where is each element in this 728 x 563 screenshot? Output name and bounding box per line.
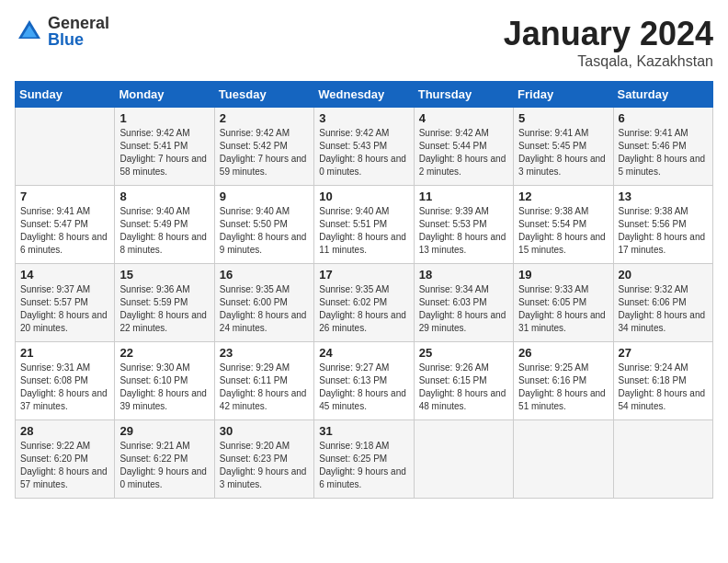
calendar-cell: 3Sunrise: 9:42 AM Sunset: 5:43 PM Daylig… (314, 108, 414, 186)
day-info: Sunrise: 9:31 AM Sunset: 6:08 PM Dayligh… (20, 362, 109, 413)
day-info: Sunrise: 9:42 AM Sunset: 5:42 PM Dayligh… (220, 127, 309, 178)
day-info: Sunrise: 9:36 AM Sunset: 5:59 PM Dayligh… (119, 283, 209, 335)
header-cell-friday: Friday (514, 82, 613, 108)
day-info: Sunrise: 9:42 AM Sunset: 5:44 PM Dayligh… (419, 127, 508, 178)
day-info: Sunrise: 9:32 AM Sunset: 6:06 PM Dayligh… (619, 283, 708, 335)
calendar-cell: 2Sunrise: 9:42 AM Sunset: 5:42 PM Daylig… (214, 108, 313, 186)
calendar-table: SundayMondayTuesdayWednesdayThursdayFrid… (15, 81, 713, 499)
day-number: 24 (319, 346, 408, 360)
day-number: 10 (319, 190, 408, 203)
day-info: Sunrise: 9:33 AM Sunset: 6:05 PM Dayligh… (518, 283, 608, 335)
week-row-4: 21Sunrise: 9:31 AM Sunset: 6:08 PM Dayli… (16, 342, 713, 420)
calendar-cell: 29Sunrise: 9:21 AM Sunset: 6:22 PM Dayli… (115, 420, 214, 499)
day-number: 28 (20, 424, 109, 438)
day-info: Sunrise: 9:40 AM Sunset: 5:49 PM Dayligh… (119, 205, 209, 257)
logo: General Blue (15, 15, 109, 48)
day-info: Sunrise: 9:35 AM Sunset: 6:02 PM Dayligh… (319, 283, 408, 335)
day-number: 5 (518, 111, 608, 125)
day-info: Sunrise: 9:38 AM Sunset: 5:56 PM Dayligh… (619, 205, 708, 257)
header-cell-thursday: Thursday (414, 82, 513, 108)
week-row-5: 28Sunrise: 9:22 AM Sunset: 6:20 PM Dayli… (16, 420, 713, 499)
calendar-cell: 30Sunrise: 9:20 AM Sunset: 6:23 PM Dayli… (214, 420, 313, 499)
day-number: 17 (319, 268, 408, 282)
calendar-cell (613, 420, 712, 499)
header-row: SundayMondayTuesdayWednesdayThursdayFrid… (16, 82, 713, 108)
header-cell-sunday: Sunday (16, 82, 115, 108)
day-number: 23 (220, 346, 309, 360)
day-number: 30 (220, 424, 309, 438)
header-cell-wednesday: Wednesday (314, 82, 414, 108)
day-info: Sunrise: 9:42 AM Sunset: 5:41 PM Dayligh… (119, 127, 209, 178)
day-info: Sunrise: 9:27 AM Sunset: 6:13 PM Dayligh… (319, 362, 408, 413)
day-info: Sunrise: 9:22 AM Sunset: 6:20 PM Dayligh… (20, 440, 109, 491)
calendar-cell: 26Sunrise: 9:25 AM Sunset: 6:16 PM Dayli… (514, 342, 613, 420)
calendar-cell: 10Sunrise: 9:40 AM Sunset: 5:51 PM Dayli… (314, 186, 414, 264)
day-info: Sunrise: 9:26 AM Sunset: 6:15 PM Dayligh… (419, 362, 508, 413)
calendar-cell: 19Sunrise: 9:33 AM Sunset: 6:05 PM Dayli… (514, 264, 613, 342)
day-info: Sunrise: 9:38 AM Sunset: 5:54 PM Dayligh… (518, 205, 608, 257)
logo-blue: Blue (48, 31, 109, 48)
day-number: 11 (419, 190, 508, 203)
day-number: 8 (119, 190, 209, 203)
day-info: Sunrise: 9:34 AM Sunset: 6:03 PM Dayligh… (419, 283, 508, 335)
calendar-cell: 31Sunrise: 9:18 AM Sunset: 6:25 PM Dayli… (314, 420, 414, 499)
calendar-cell: 16Sunrise: 9:35 AM Sunset: 6:00 PM Dayli… (214, 264, 313, 342)
calendar-cell: 1Sunrise: 9:42 AM Sunset: 5:41 PM Daylig… (115, 108, 214, 186)
day-info: Sunrise: 9:25 AM Sunset: 6:16 PM Dayligh… (518, 362, 608, 413)
day-number: 4 (419, 111, 508, 125)
day-number: 26 (518, 346, 608, 360)
week-row-1: 1Sunrise: 9:42 AM Sunset: 5:41 PM Daylig… (16, 108, 713, 186)
day-number: 21 (20, 346, 109, 360)
calendar-subtitle: Tasqala, Kazakhstan (504, 53, 713, 70)
calendar-cell: 20Sunrise: 9:32 AM Sunset: 6:06 PM Dayli… (613, 264, 712, 342)
day-number: 18 (419, 268, 508, 282)
day-number: 1 (119, 111, 209, 125)
page-header: General Blue January 2024 Tasqala, Kazak… (15, 15, 713, 70)
day-number: 9 (220, 190, 309, 203)
title-block: January 2024 Tasqala, Kazakhstan (504, 15, 713, 70)
day-info: Sunrise: 9:39 AM Sunset: 5:53 PM Dayligh… (419, 205, 508, 257)
day-number: 16 (220, 268, 309, 282)
calendar-cell: 13Sunrise: 9:38 AM Sunset: 5:56 PM Dayli… (613, 186, 712, 264)
day-info: Sunrise: 9:41 AM Sunset: 5:47 PM Dayligh… (20, 205, 109, 257)
calendar-cell: 24Sunrise: 9:27 AM Sunset: 6:13 PM Dayli… (314, 342, 414, 420)
day-number: 13 (619, 190, 708, 203)
day-number: 3 (319, 111, 408, 125)
day-info: Sunrise: 9:21 AM Sunset: 6:22 PM Dayligh… (119, 440, 209, 491)
day-number: 20 (619, 268, 708, 282)
day-info: Sunrise: 9:18 AM Sunset: 6:25 PM Dayligh… (319, 440, 408, 491)
calendar-cell (16, 108, 115, 186)
calendar-cell: 27Sunrise: 9:24 AM Sunset: 6:18 PM Dayli… (613, 342, 712, 420)
header-cell-saturday: Saturday (613, 82, 712, 108)
calendar-cell: 5Sunrise: 9:41 AM Sunset: 5:45 PM Daylig… (514, 108, 613, 186)
calendar-cell: 7Sunrise: 9:41 AM Sunset: 5:47 PM Daylig… (16, 186, 115, 264)
calendar-cell: 9Sunrise: 9:40 AM Sunset: 5:50 PM Daylig… (214, 186, 313, 264)
day-number: 7 (20, 190, 109, 203)
day-info: Sunrise: 9:20 AM Sunset: 6:23 PM Dayligh… (220, 440, 309, 491)
calendar-cell: 22Sunrise: 9:30 AM Sunset: 6:10 PM Dayli… (115, 342, 214, 420)
day-info: Sunrise: 9:30 AM Sunset: 6:10 PM Dayligh… (119, 362, 209, 413)
calendar-cell: 11Sunrise: 9:39 AM Sunset: 5:53 PM Dayli… (414, 186, 513, 264)
calendar-cell (414, 420, 513, 499)
day-number: 15 (119, 268, 209, 282)
day-number: 25 (419, 346, 508, 360)
header-cell-tuesday: Tuesday (214, 82, 313, 108)
day-info: Sunrise: 9:40 AM Sunset: 5:50 PM Dayligh… (220, 205, 309, 257)
day-info: Sunrise: 9:41 AM Sunset: 5:45 PM Dayligh… (518, 127, 608, 178)
week-row-3: 14Sunrise: 9:37 AM Sunset: 5:57 PM Dayli… (16, 264, 713, 342)
header-cell-monday: Monday (115, 82, 214, 108)
logo-icon (15, 17, 44, 46)
calendar-cell (514, 420, 613, 499)
day-info: Sunrise: 9:35 AM Sunset: 6:00 PM Dayligh… (220, 283, 309, 335)
calendar-cell: 15Sunrise: 9:36 AM Sunset: 5:59 PM Dayli… (115, 264, 214, 342)
day-number: 27 (619, 346, 708, 360)
calendar-cell: 25Sunrise: 9:26 AM Sunset: 6:15 PM Dayli… (414, 342, 513, 420)
week-row-2: 7Sunrise: 9:41 AM Sunset: 5:47 PM Daylig… (16, 186, 713, 264)
day-number: 14 (20, 268, 109, 282)
day-number: 31 (319, 424, 408, 438)
calendar-cell: 28Sunrise: 9:22 AM Sunset: 6:20 PM Dayli… (16, 420, 115, 499)
calendar-cell: 18Sunrise: 9:34 AM Sunset: 6:03 PM Dayli… (414, 264, 513, 342)
logo-general: General (48, 15, 109, 31)
calendar-cell: 14Sunrise: 9:37 AM Sunset: 5:57 PM Dayli… (16, 264, 115, 342)
day-info: Sunrise: 9:24 AM Sunset: 6:18 PM Dayligh… (619, 362, 708, 413)
